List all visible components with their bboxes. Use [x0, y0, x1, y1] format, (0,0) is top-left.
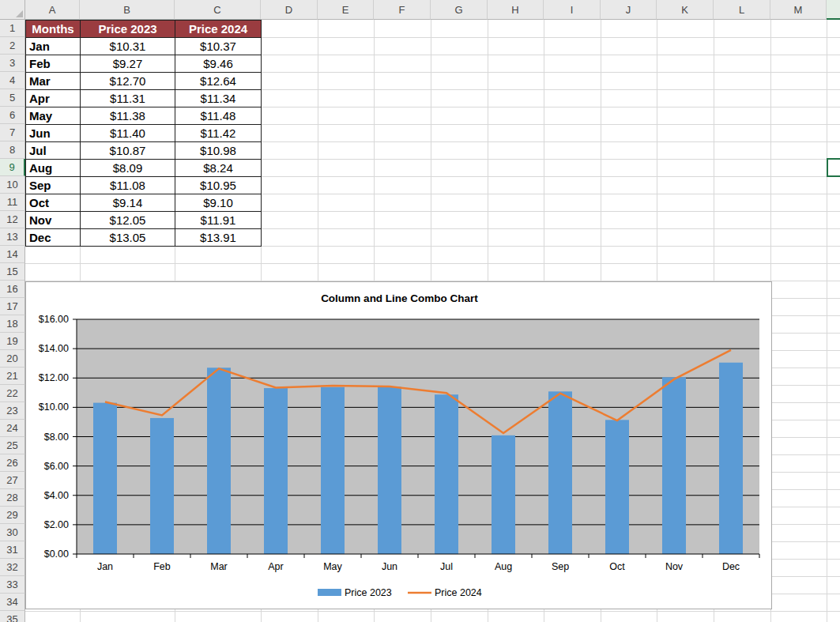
- table-cell[interactable]: Oct: [26, 194, 81, 212]
- row-header-27[interactable]: 27: [0, 472, 25, 489]
- row-header-25[interactable]: 25: [0, 437, 25, 454]
- row-header-21[interactable]: 21: [0, 368, 25, 385]
- row-header-19[interactable]: 19: [0, 333, 25, 350]
- table-cell[interactable]: $9.27: [81, 55, 175, 73]
- table-header-cell[interactable]: Price 2024: [175, 21, 262, 38]
- select-all-corner[interactable]: [0, 0, 25, 20]
- x-axis-label[interactable]: Jan: [97, 561, 113, 572]
- table-cell[interactable]: Jun: [26, 125, 81, 142]
- legend-label-price-2023[interactable]: Price 2023: [345, 587, 392, 598]
- row-header-4[interactable]: 4: [0, 72, 25, 89]
- table-cell[interactable]: $10.37: [175, 38, 262, 55]
- table-cell[interactable]: $11.42: [175, 125, 262, 142]
- x-axis-label[interactable]: Nov: [665, 561, 684, 572]
- legend-swatch-price-2023[interactable]: [318, 589, 341, 596]
- table-cell[interactable]: $12.05: [81, 212, 175, 229]
- y-axis-label[interactable]: $4.00: [44, 490, 69, 501]
- combo-chart[interactable]: $0.00$2.00$4.00$6.00$8.00$10.00$12.00$14…: [25, 281, 772, 609]
- column-header-I[interactable]: I: [544, 0, 601, 20]
- y-axis-label[interactable]: $14.00: [39, 343, 69, 354]
- row-header-6[interactable]: 6: [0, 107, 25, 124]
- bar-dec[interactable]: [719, 363, 743, 554]
- row-header-9[interactable]: 9: [0, 159, 25, 176]
- row-header-33[interactable]: 33: [0, 576, 25, 594]
- row-header-10[interactable]: 10: [0, 176, 25, 194]
- y-axis-label[interactable]: $8.00: [44, 432, 69, 443]
- table-cell[interactable]: Sep: [26, 177, 81, 194]
- column-header-H[interactable]: H: [488, 0, 544, 20]
- bar-feb[interactable]: [150, 418, 174, 554]
- row-header-35[interactable]: 35: [0, 611, 25, 622]
- row-header-11[interactable]: 11: [0, 194, 25, 211]
- bar-sep[interactable]: [548, 391, 572, 554]
- bar-aug[interactable]: [492, 435, 515, 554]
- bar-oct[interactable]: [605, 420, 629, 554]
- table-cell[interactable]: $11.34: [175, 90, 262, 107]
- column-header-L[interactable]: L: [714, 0, 770, 20]
- table-cell[interactable]: Aug: [26, 160, 81, 177]
- table-cell[interactable]: Jul: [26, 142, 81, 160]
- table-cell[interactable]: $12.64: [175, 73, 262, 90]
- column-header-M[interactable]: M: [770, 0, 827, 20]
- table-cell[interactable]: $10.98: [175, 142, 262, 160]
- y-axis-label[interactable]: $0.00: [44, 548, 69, 560]
- column-header-K[interactable]: K: [657, 0, 714, 20]
- row-header-3[interactable]: 3: [0, 55, 25, 72]
- row-header-28[interactable]: 28: [0, 489, 25, 507]
- y-axis-label[interactable]: $2.00: [44, 519, 69, 530]
- column-header-E[interactable]: E: [318, 0, 374, 20]
- y-axis-label[interactable]: $10.00: [39, 401, 69, 413]
- row-header-32[interactable]: 32: [0, 559, 25, 576]
- table-cell[interactable]: $11.08: [81, 177, 175, 194]
- column-header-F[interactable]: F: [374, 0, 431, 20]
- row-header-7[interactable]: 7: [0, 124, 25, 141]
- row-header-12[interactable]: 12: [0, 211, 25, 228]
- bar-jun[interactable]: [378, 386, 401, 554]
- x-axis-label[interactable]: Mar: [210, 561, 228, 572]
- x-axis-label[interactable]: May: [323, 561, 342, 572]
- table-cell[interactable]: May: [26, 107, 81, 125]
- table-cell[interactable]: Nov: [26, 212, 81, 229]
- table-cell[interactable]: $9.10: [175, 194, 262, 212]
- bar-nov[interactable]: [662, 377, 686, 554]
- table-cell[interactable]: $11.38: [81, 107, 175, 125]
- row-header-30[interactable]: 30: [0, 524, 25, 541]
- row-header-23[interactable]: 23: [0, 402, 25, 420]
- column-header-B[interactable]: B: [80, 0, 175, 20]
- chart-title[interactable]: Column and Line Combo Chart: [321, 292, 478, 304]
- row-header-20[interactable]: 20: [0, 350, 25, 368]
- column-header-J[interactable]: J: [601, 0, 657, 20]
- table-cell[interactable]: Dec: [26, 229, 81, 247]
- table-header-cell[interactable]: Months: [26, 21, 81, 38]
- x-axis-label[interactable]: Jun: [382, 561, 397, 572]
- row-header-24[interactable]: 24: [0, 420, 25, 437]
- table-cell[interactable]: $10.31: [81, 38, 175, 55]
- y-axis-label[interactable]: $12.00: [39, 372, 69, 383]
- column-header-D[interactable]: D: [261, 0, 318, 20]
- x-axis-label[interactable]: Oct: [609, 561, 625, 572]
- row-header-15[interactable]: 15: [0, 263, 25, 281]
- legend-label-price-2024[interactable]: Price 2024: [435, 587, 482, 598]
- x-axis-label[interactable]: Feb: [153, 561, 171, 572]
- row-header-14[interactable]: 14: [0, 246, 25, 263]
- bar-apr[interactable]: [264, 388, 288, 554]
- table-cell[interactable]: $11.48: [175, 107, 262, 125]
- row-header-22[interactable]: 22: [0, 385, 25, 402]
- table-cell[interactable]: Mar: [26, 73, 81, 90]
- bar-may[interactable]: [321, 387, 345, 554]
- y-axis-label[interactable]: $16.00: [39, 314, 69, 325]
- row-header-34[interactable]: 34: [0, 594, 25, 611]
- table-cell[interactable]: $13.91: [175, 229, 262, 247]
- row-header-31[interactable]: 31: [0, 541, 25, 559]
- table-header-cell[interactable]: Price 2023: [81, 21, 175, 38]
- table-cell[interactable]: $10.87: [81, 142, 175, 160]
- table-cell[interactable]: $10.95: [175, 177, 262, 194]
- x-axis-label[interactable]: Apr: [268, 561, 283, 572]
- row-header-17[interactable]: 17: [0, 298, 25, 315]
- bar-mar[interactable]: [207, 368, 231, 554]
- table-cell[interactable]: Jan: [26, 38, 81, 55]
- y-axis-label[interactable]: $6.00: [44, 461, 69, 472]
- table-cell[interactable]: Apr: [26, 90, 81, 107]
- row-header-1[interactable]: 1: [0, 20, 25, 37]
- table-cell[interactable]: $11.31: [81, 90, 175, 107]
